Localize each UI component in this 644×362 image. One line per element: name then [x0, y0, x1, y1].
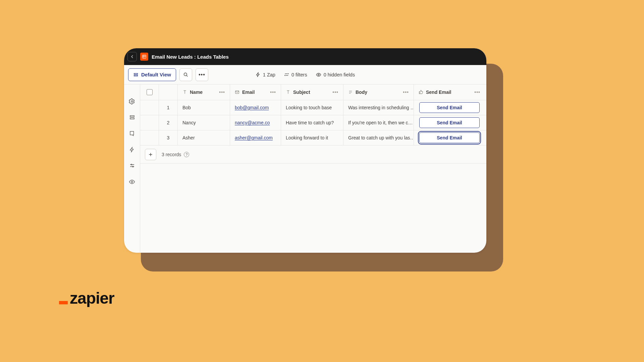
column-menu-icon[interactable]: ••• — [332, 89, 338, 95]
views-icon[interactable] — [129, 114, 136, 121]
filters-chip[interactable]: 0 filters — [284, 72, 307, 77]
default-view-button[interactable]: Default View — [128, 68, 176, 81]
column-header-send[interactable]: Send Email ••• — [414, 84, 485, 100]
send-email-button[interactable]: Send Email — [419, 117, 480, 128]
arrow-left-icon — [129, 54, 135, 59]
filters-icon — [284, 72, 289, 77]
back-button[interactable] — [127, 52, 137, 61]
send-email-button[interactable]: Send Email — [419, 132, 480, 143]
checkbox-icon — [147, 89, 153, 95]
bolt-icon — [256, 72, 261, 77]
table-row[interactable]: 3 Asher asher@gmail.com Looking forward … — [140, 130, 486, 145]
cell-body[interactable]: Great to catch up with you las… — [343, 130, 414, 145]
longtext-icon — [348, 90, 353, 95]
search-button[interactable] — [179, 68, 192, 81]
svg-rect-6 — [130, 116, 134, 117]
plus-icon — [148, 152, 153, 157]
filters-label: 0 filters — [291, 72, 307, 77]
cell-name[interactable]: Nancy — [178, 115, 230, 130]
svg-point-11 — [131, 181, 133, 183]
adjust-icon[interactable] — [129, 162, 136, 169]
column-header-name[interactable]: Name ••• — [178, 84, 230, 100]
data-grid: Name ••• Email ••• Subject ••• Body ••• — [140, 84, 486, 253]
row-select[interactable] — [140, 115, 159, 130]
zap-chip[interactable]: 1 Zap — [256, 72, 275, 77]
column-header-body[interactable]: Body ••• — [343, 84, 414, 100]
svg-rect-1 — [134, 73, 138, 74]
eye-icon — [316, 72, 321, 77]
settings-icon[interactable] — [129, 98, 136, 105]
cell-name[interactable]: Asher — [178, 130, 230, 145]
toolbar: Default View ••• 1 Zap — [124, 65, 486, 84]
svg-point-9 — [131, 164, 132, 165]
cell-email[interactable]: nancy@acme.co — [230, 115, 281, 130]
cell-body[interactable]: Was interesting in scheduling … — [343, 100, 414, 115]
svg-rect-2 — [134, 75, 138, 76]
cell-email[interactable]: asher@gmail.com — [230, 130, 281, 145]
logo-underscore-icon — [59, 301, 68, 304]
table-app-icon — [140, 53, 148, 61]
column-header-email[interactable]: Email ••• — [230, 84, 281, 100]
dots-icon: ••• — [199, 72, 205, 78]
zapier-logo: zapier — [59, 290, 114, 306]
svg-rect-8 — [130, 131, 134, 135]
automation-icon[interactable] — [129, 146, 136, 153]
cell-send: Send Email — [414, 100, 485, 115]
cell-send: Send Email — [414, 115, 485, 130]
cell-send: Send Email — [414, 130, 485, 145]
hidden-fields-label: 0 hidden fields — [324, 72, 355, 77]
thumb-icon — [419, 90, 423, 95]
column-menu-icon[interactable]: ••• — [403, 89, 409, 95]
cards-icon — [133, 72, 139, 77]
help-icon[interactable]: ? — [184, 152, 189, 157]
side-rail — [124, 84, 140, 253]
zap-label: 1 Zap — [263, 72, 275, 77]
column-menu-icon[interactable]: ••• — [474, 89, 480, 95]
send-email-button[interactable]: Send Email — [419, 102, 480, 113]
svg-point-3 — [184, 73, 187, 76]
row-number: 1 — [159, 100, 178, 115]
table-footer: 3 records ? — [140, 145, 486, 164]
row-select[interactable] — [140, 130, 159, 145]
mail-icon — [235, 90, 239, 95]
hidden-fields-chip[interactable]: 0 hidden fields — [316, 72, 355, 77]
svg-point-10 — [132, 166, 133, 167]
cell-body[interactable]: If you're open to it, then we c… — [343, 115, 414, 130]
svg-point-4 — [318, 74, 319, 75]
cell-subject[interactable]: Looking forward to it — [281, 130, 343, 145]
search-icon — [183, 72, 189, 77]
text-icon — [286, 90, 290, 95]
cell-name[interactable]: Bob — [178, 100, 230, 115]
row-number: 2 — [159, 115, 178, 130]
svg-rect-0 — [143, 55, 146, 58]
row-select[interactable] — [140, 100, 159, 115]
table-row[interactable]: 1 Bob bob@gmail.com Looking to touch bas… — [140, 100, 486, 115]
text-icon — [182, 90, 187, 95]
cell-subject[interactable]: Looking to touch base — [281, 100, 343, 115]
select-all-cell[interactable] — [140, 84, 159, 100]
page-title: Email New Leads : Leads Tables — [152, 54, 229, 60]
app-window: Email New Leads : Leads Tables Default V… — [124, 48, 486, 253]
table-row[interactable]: 2 Nancy nancy@acme.co Have time to catch… — [140, 115, 486, 130]
visibility-icon[interactable] — [129, 178, 136, 185]
row-number: 3 — [159, 130, 178, 145]
default-view-label: Default View — [141, 72, 171, 77]
insert-icon[interactable] — [129, 130, 136, 137]
titlebar: Email New Leads : Leads Tables — [124, 48, 486, 65]
cell-email[interactable]: bob@gmail.com — [230, 100, 281, 115]
more-button[interactable]: ••• — [196, 68, 208, 81]
cell-subject[interactable]: Have time to catch up? — [281, 115, 343, 130]
column-menu-icon[interactable]: ••• — [270, 89, 276, 95]
svg-point-5 — [131, 101, 133, 102]
logo-wordmark: zapier — [70, 290, 114, 306]
table-header-row: Name ••• Email ••• Subject ••• Body ••• — [140, 84, 486, 100]
row-number-header — [159, 84, 178, 100]
column-menu-icon[interactable]: ••• — [219, 89, 225, 95]
svg-rect-7 — [130, 118, 134, 119]
column-header-subject[interactable]: Subject ••• — [281, 84, 343, 100]
add-record-button[interactable] — [145, 149, 156, 160]
record-count: 3 records — [162, 152, 181, 157]
